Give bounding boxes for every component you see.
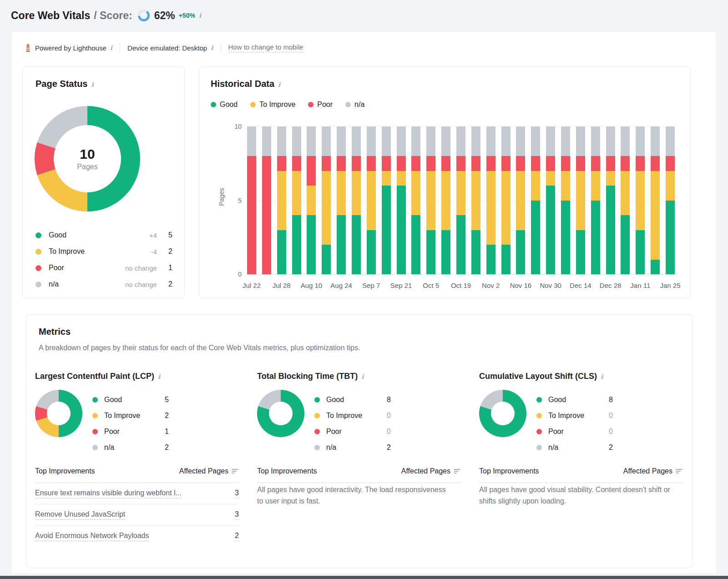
- history-bar: [471, 126, 480, 274]
- bar-segment-poor: [277, 156, 286, 171]
- legend-value: 5: [158, 396, 169, 404]
- improvement-link[interactable]: Avoid Enormous Network Payloads: [35, 532, 149, 541]
- metric-legend-tbt: Good8To Improve0Poor0n/a2: [314, 392, 391, 455]
- affected-pages-header[interactable]: Affected Pages: [623, 467, 683, 475]
- x-tick-label: Dec 28: [600, 282, 622, 289]
- improvements-table-header: Top ImprovementsAffected Pages: [35, 467, 239, 475]
- x-tick-label: Oct 19: [451, 282, 471, 289]
- bar-segment-poor: [606, 156, 615, 171]
- legend-label: n/a: [326, 443, 380, 452]
- top-improvements-header: Top Improvements: [479, 467, 539, 475]
- page-title: Core Web Vitals: [11, 10, 90, 22]
- legend-dot-poor: [536, 429, 542, 434]
- legend-value: 0: [380, 412, 391, 420]
- sort-descending-icon[interactable]: [676, 468, 683, 474]
- bar-segment-good: [486, 245, 495, 274]
- device-info-icon[interactable]: i: [211, 44, 213, 51]
- table-header-divider: [257, 483, 461, 483]
- history-bar: [292, 126, 301, 274]
- legend-dot-to_improve: [314, 413, 320, 418]
- affected-pages-count[interactable]: 2: [235, 532, 239, 541]
- bar-segment-to_improve: [621, 171, 630, 216]
- historical-legend-item-na[interactable]: n/a: [345, 101, 364, 109]
- bar-segment-poor: [501, 156, 511, 171]
- legend-dot-poor: [92, 429, 98, 434]
- toolbar: Powered by Lighthouse i Device emulated:…: [25, 43, 303, 52]
- affected-pages-count[interactable]: 3: [235, 489, 239, 498]
- y-tick-5: 5: [223, 197, 242, 204]
- bar-segment-na: [546, 126, 555, 156]
- bar-segment-poor: [382, 156, 391, 171]
- bar-segment-poor: [292, 156, 301, 171]
- bar-segment-to_improve: [322, 171, 331, 245]
- affected-pages-count[interactable]: 3: [235, 510, 239, 520]
- bar-segment-poor: [441, 156, 450, 171]
- bar-segment-to_improve: [546, 171, 555, 186]
- legend-change: +4: [102, 232, 157, 239]
- improvement-link[interactable]: Ensure text remains visible during webfo…: [35, 489, 182, 498]
- change-to-mobile-link[interactable]: How to change to mobile: [228, 43, 303, 52]
- toolbar-divider: [120, 43, 120, 52]
- bar-segment-poor: [486, 156, 495, 171]
- page-status-donut-chart: 10 Pages: [35, 106, 140, 211]
- metric-info-icon[interactable]: i: [361, 373, 364, 380]
- legend-dot-na: [314, 445, 320, 450]
- bar-segment-good: [666, 201, 675, 275]
- legend-dot-na: [536, 445, 542, 450]
- bar-segment-to_improve: [367, 171, 376, 230]
- legend-label: To Improve: [104, 412, 158, 420]
- page-status-donut-center: 10 Pages: [35, 106, 140, 211]
- legend-label: Poor: [49, 264, 102, 272]
- affected-pages-header[interactable]: Affected Pages: [179, 467, 239, 475]
- powered-by-info-icon[interactable]: i: [110, 44, 112, 51]
- metric-card-lcp: Largest Contentful Paint (LCP)iGood5To I…: [35, 372, 239, 381]
- metric-info-icon[interactable]: i: [601, 373, 603, 380]
- metric-donut-tbt: [257, 390, 304, 437]
- top-improvements-header: Top Improvements: [257, 467, 317, 475]
- metric-title-row: Largest Contentful Paint (LCP)i: [35, 372, 239, 381]
- bar-segment-na: [516, 126, 525, 156]
- improvement-link[interactable]: Remove Unused JavaScript: [35, 510, 125, 520]
- bar-segment-to_improve: [531, 171, 540, 201]
- historical-info-icon[interactable]: i: [278, 81, 280, 88]
- bar-segment-poor: [411, 156, 420, 171]
- legend-dot-good: [536, 397, 542, 403]
- legend-change: no change: [102, 264, 157, 272]
- historical-legend: GoodTo ImprovePoorn/a: [211, 101, 377, 109]
- sort-descending-icon[interactable]: [232, 468, 239, 474]
- history-bar: [456, 126, 465, 274]
- toolbar-divider: [221, 43, 221, 52]
- legend-dot-poor: [308, 102, 313, 107]
- metric-info-icon[interactable]: i: [158, 373, 160, 380]
- metric-legend-row-na: n/a2: [536, 439, 613, 455]
- legend-dot-good: [92, 397, 98, 403]
- affected-pages-header[interactable]: Affected Pages: [401, 467, 461, 475]
- metric-legend-row-to_improve: To Improve2: [92, 408, 169, 423]
- sort-descending-icon[interactable]: [454, 468, 461, 474]
- score-info-icon[interactable]: i: [199, 12, 201, 19]
- y-tick-10: 10: [223, 123, 242, 130]
- page-status-info-icon[interactable]: i: [91, 81, 93, 88]
- bar-segment-na: [367, 126, 376, 156]
- bar-segment-na: [456, 126, 465, 156]
- bar-segment-good: [292, 215, 301, 274]
- bar-segment-na: [576, 126, 585, 156]
- bar-segment-to_improve: [426, 171, 435, 230]
- history-bar: [666, 126, 675, 274]
- x-tick-label: Oct 5: [423, 282, 439, 289]
- metric-legend-row-good: Good5: [92, 392, 169, 408]
- history-bar: [337, 126, 346, 274]
- history-bar: [382, 126, 391, 274]
- historical-legend-item-good[interactable]: Good: [211, 101, 238, 109]
- legend-label: To Improve: [548, 412, 602, 420]
- historical-legend-item-to_improve[interactable]: To Improve: [250, 101, 295, 109]
- history-bar: [411, 126, 420, 274]
- bar-segment-na: [666, 126, 675, 156]
- bar-segment-good: [352, 215, 361, 274]
- historical-legend-item-poor[interactable]: Poor: [308, 101, 333, 109]
- legend-value: 8: [380, 396, 391, 404]
- legend-dot-to_improve: [35, 249, 41, 255]
- score-label: / Score:: [94, 10, 132, 22]
- bar-segment-poor: [621, 156, 630, 171]
- bar-segment-to_improve: [576, 171, 585, 230]
